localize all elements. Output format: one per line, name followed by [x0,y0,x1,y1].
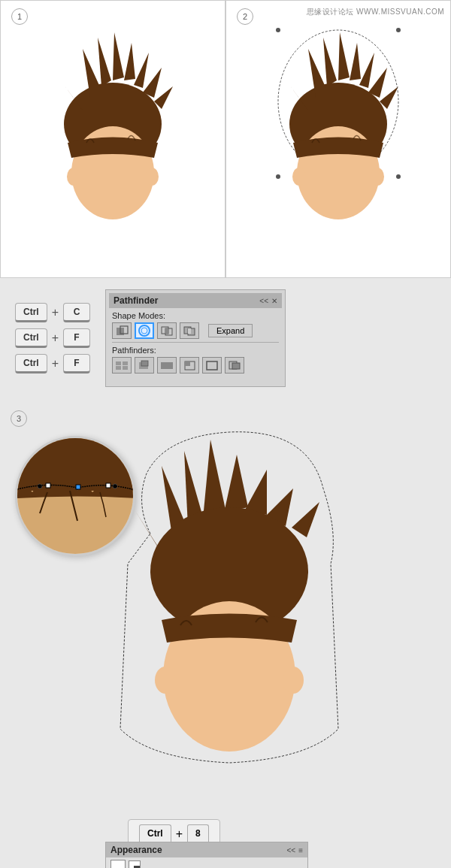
exclude-icon[interactable] [180,322,199,339]
character-3-svg [105,428,346,789]
svg-marker-18 [368,68,387,98]
pf-collapse[interactable]: << [259,297,268,305]
svg-rect-57 [46,483,50,488]
shape-modes-label: Shape Modes: [112,311,279,320]
top-row: 1 [0,0,451,278]
svg-marker-6 [143,68,162,98]
svg-point-31 [139,325,150,336]
svg-rect-48 [185,361,190,366]
svg-marker-64 [244,470,267,515]
svg-rect-46 [167,362,173,369]
svg-point-27 [276,174,280,179]
svg-point-25 [276,28,280,32]
ctrl-key-1: Ctrl [15,303,47,322]
plus-1: + [52,306,59,319]
character-3 [105,428,346,789]
svg-point-54 [38,484,42,488]
svg-point-23 [292,168,306,186]
appearance-title: Appearance [110,845,162,855]
svg-marker-4 [124,43,135,80]
minus-front-icon[interactable] [135,322,154,339]
svg-rect-44 [141,361,148,366]
svg-marker-14 [323,38,337,86]
ap-collapse[interactable]: << [286,846,295,854]
svg-marker-5 [134,53,149,88]
expand-button[interactable]: Expand [208,324,253,337]
ctrl8-plus-sign: + [176,827,183,841]
character-2-svg [271,26,406,252]
panel-1-number: 1 [11,8,28,25]
panel-2-number: 2 [237,8,253,25]
svg-point-10 [67,168,80,186]
svg-rect-51 [232,363,240,369]
svg-point-71 [283,667,304,694]
panel-2: 2 思缘设计论坛 WWW.MISSVUAN.COM [226,0,451,278]
svg-marker-16 [350,43,361,80]
pathfinder-controls: << ✕ [259,297,277,305]
ctrl-key-3: Ctrl [15,354,47,374]
svg-rect-39 [116,361,121,365]
pf-close[interactable]: ✕ [271,297,277,305]
svg-marker-17 [359,53,374,88]
pathfinders-label: Pathfinders: [112,346,279,355]
merge-icon[interactable] [157,357,177,374]
shortcut-3: Ctrl + F [15,354,90,374]
svg-marker-63 [224,455,248,513]
svg-point-70 [155,667,176,694]
minus-back-icon[interactable] [225,357,244,374]
pathfinder-panel: Pathfinder << ✕ Shape Modes: [105,289,286,387]
shortcut-1: Ctrl + C [15,303,90,322]
trim-icon[interactable] [135,357,154,374]
ctrl-key-2: Ctrl [15,328,47,348]
svg-rect-49 [207,361,217,370]
unite-icon[interactable] [112,322,132,339]
shape-modes-row: Expand [112,322,279,339]
svg-marker-15 [338,32,350,80]
keyboard-shortcuts: Ctrl + C Ctrl + F Ctrl + F [15,303,90,374]
svg-rect-40 [123,361,128,365]
bottom-section: 3 [0,398,451,834]
outline-icon[interactable] [202,357,222,374]
appearance-controls: << ≡ [286,846,303,854]
f-key-2: F [63,354,90,374]
svg-rect-35 [165,328,168,334]
ap-menu[interactable]: ≡ [298,846,303,854]
svg-point-11 [145,168,159,186]
svg-rect-45 [161,362,167,369]
svg-point-24 [371,168,384,186]
svg-rect-41 [116,366,121,370]
svg-marker-2 [98,38,111,86]
svg-marker-20 [380,86,398,109]
intersect-icon[interactable] [157,322,177,339]
f-key-1: F [63,328,90,348]
bottom-panel-number: 3 [11,410,27,427]
watermark: 思缘设计论坛 WWW.MISSVUAN.COM [307,7,444,17]
divide-icon[interactable] [112,357,132,374]
plus-3: + [52,357,59,370]
svg-rect-58 [76,485,80,489]
svg-marker-62 [203,440,226,519]
svg-rect-42 [123,366,128,370]
svg-marker-3 [113,32,124,80]
mid-row: Ctrl + C Ctrl + F Ctrl + F Pathfinder <<… [0,278,451,398]
appearance-titlebar: Appearance << ≡ [106,842,307,857]
pathfinder-titlebar: Pathfinder << ✕ [109,293,282,308]
svg-marker-8 [154,86,173,109]
svg-rect-38 [188,328,191,334]
pathfinders-row [112,357,279,374]
character-1-svg [45,26,180,252]
c-key: C [63,303,90,322]
pathfinder-title: Pathfinder [114,295,158,306]
shortcut-2: Ctrl + F [15,328,90,348]
svg-point-32 [141,328,147,334]
panel-1: 1 [0,0,226,278]
pathfinder-divider [112,342,279,343]
appearance-panel: Appearance << ≡ Compound Path 👁 ▶ Stroke… [105,842,308,868]
crop-icon[interactable] [180,357,199,374]
svg-point-28 [396,174,401,179]
svg-point-26 [396,28,401,32]
plus-2: + [52,331,59,345]
svg-marker-67 [292,502,319,537]
